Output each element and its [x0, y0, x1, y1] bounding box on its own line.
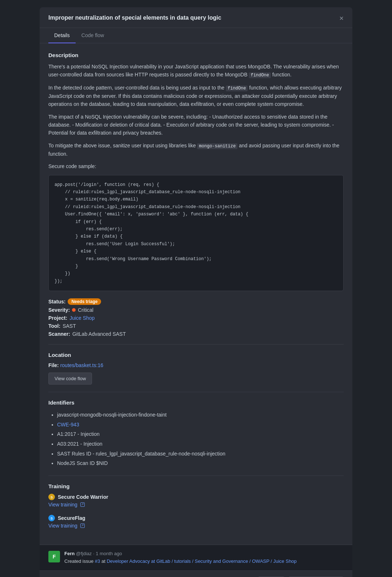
scanner-value: GitLab Advanced SAST: [72, 331, 126, 337]
scw-logo-icon: S: [49, 494, 54, 500]
file-link[interactable]: routes/basket.ts:16: [60, 362, 103, 368]
list-item: javascript-mongodb-nosqli-injection-find…: [57, 410, 344, 420]
external-link-icon-scw: [80, 502, 85, 507]
activity-user-handle: @fjdiaz: [76, 551, 92, 556]
sf-logo-icon: S: [49, 516, 54, 521]
training-provider-sf: S SecureFlag: [48, 515, 344, 521]
tool-row: Tool: SAST: [48, 323, 344, 329]
status-row: Status: Needs triage: [48, 298, 344, 305]
training-item-sf: S SecureFlag View training: [48, 515, 344, 529]
location-file-row: File: routes/basket.ts:16: [48, 362, 344, 368]
description-section: Description There's a potential NoSQL In…: [48, 52, 344, 291]
view-training-sf-link[interactable]: View training: [48, 523, 85, 529]
list-item: NodeJS Scan ID $NID: [57, 458, 344, 468]
description-para-1: There's a potential NoSQL Injection vuln…: [48, 63, 344, 79]
identifiers-title: Identifiers: [48, 399, 344, 406]
training-section: Training S Secure Code Warrior View trai…: [48, 483, 344, 529]
breadcrumb-link[interactable]: Developer Advocacy at GitLab / tutorials…: [107, 558, 296, 564]
severity-row: Severity: Critical: [48, 307, 344, 313]
activity-action: Created issue: [64, 558, 93, 564]
activity-meta: Fern @fjdiaz · 1 month ago: [64, 551, 344, 556]
tab-bar: Details Code flow: [40, 28, 352, 43]
description-para-4: To mitigate the above issue, sanitize us…: [48, 142, 344, 158]
tool-label: Tool:: [48, 323, 60, 329]
tab-code-flow[interactable]: Code flow: [76, 28, 110, 43]
sf-provider-name: SecureFlag: [58, 515, 85, 521]
issue-link[interactable]: #3: [95, 558, 100, 564]
external-link-icon-sf: [80, 524, 85, 528]
scanner-row: Scanner: GitLab Advanced SAST: [48, 331, 344, 337]
svg-text:S: S: [51, 496, 53, 499]
activity-section: F Fern @fjdiaz · 1 month ago Created iss…: [40, 545, 352, 571]
secure-code-label: Secure code sample:: [48, 162, 344, 170]
inline-code-findone-2: findOne: [226, 85, 248, 91]
activity-content: Fern @fjdiaz · 1 month ago Created issue…: [64, 551, 344, 565]
project-link[interactable]: Juice Shop: [69, 315, 95, 321]
view-code-flow-button[interactable]: View code flow: [48, 373, 92, 385]
scw-icon: S: [48, 494, 55, 500]
modal-footer: Cancel Dismiss vulnerability: [40, 570, 352, 577]
view-training-scw-link[interactable]: View training: [48, 502, 85, 508]
severity-dot: [72, 308, 76, 312]
close-button[interactable]: ×: [333, 15, 344, 28]
tab-details[interactable]: Details: [48, 28, 76, 43]
list-item: SAST Rules ID - rules_lgpl_javascript_da…: [57, 449, 344, 459]
modal-header: Improper neutralization of special eleme…: [40, 7, 352, 28]
divider-2: [48, 392, 344, 392]
svg-text:S: S: [51, 517, 53, 520]
activity-user-name: Fern: [64, 551, 75, 556]
code-block: app.post('/login', function (req, res) {…: [48, 175, 344, 291]
avatar: F: [48, 551, 60, 562]
list-item: A03:2021 - Injection: [57, 439, 344, 449]
location-title: Location: [48, 352, 344, 358]
list-item: CWE-943: [57, 420, 344, 430]
inline-code-mongo-sanitize: mongo-sanitize: [197, 143, 237, 149]
tool-value: SAST: [63, 323, 76, 329]
status-label: Status:: [48, 299, 65, 305]
sf-icon: S: [48, 515, 55, 521]
status-badge: Needs triage: [68, 298, 101, 305]
description-title: Description: [48, 52, 344, 58]
meta-section: Status: Needs triage Severity: Critical …: [48, 298, 344, 337]
location-section: Location File: routes/basket.ts:16 View …: [48, 352, 344, 385]
identifiers-list: javascript-mongodb-nosqli-injection-find…: [48, 410, 344, 468]
activity-text: Created issue #3 at Developer Advocacy a…: [64, 558, 344, 565]
severity-label: Severity:: [48, 307, 70, 313]
scanner-label: Scanner:: [48, 331, 70, 337]
identifiers-section: Identifiers javascript-mongodb-nosqli-in…: [48, 399, 344, 468]
file-label: File:: [48, 362, 59, 368]
vulnerability-modal: Improper neutralization of special eleme…: [40, 7, 352, 577]
severity-value: Critical: [78, 307, 93, 313]
modal-body: Description There's a potential NoSQL In…: [40, 43, 352, 545]
modal-title: Improper neutralization of special eleme…: [48, 15, 333, 27]
cwe-link[interactable]: CWE-943: [57, 422, 79, 427]
divider-1: [48, 344, 344, 345]
inline-code-findone-1: findOne: [249, 72, 271, 78]
list-item: A1:2017 - Injection: [57, 429, 344, 439]
description-para-3: The impact of a NoSQL Injection vulnerab…: [48, 113, 344, 137]
training-provider-scw: S Secure Code Warrior: [48, 494, 344, 500]
divider-3: [48, 475, 344, 476]
description-para-2: In the detected code pattern, user-contr…: [48, 84, 344, 108]
scw-provider-name: Secure Code Warrior: [58, 494, 108, 500]
project-label: Project:: [48, 315, 67, 321]
project-row: Project: Juice Shop: [48, 315, 344, 321]
training-title: Training: [48, 483, 344, 489]
training-item-scw: S Secure Code Warrior View training: [48, 494, 344, 508]
activity-time: 1 month ago: [96, 551, 122, 556]
